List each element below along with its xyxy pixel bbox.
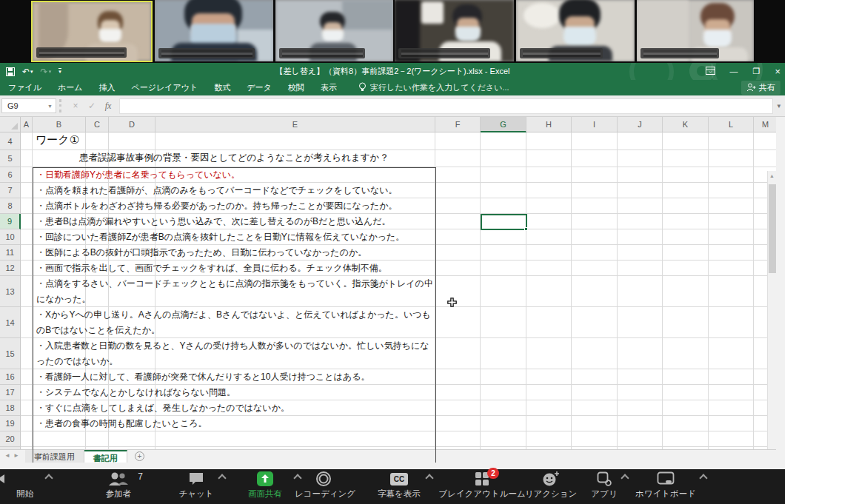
column-header-H[interactable]: H: [526, 117, 572, 132]
gridline: [753, 132, 754, 463]
share-screen-button[interactable]: 画面共有: [235, 469, 295, 504]
participant-video-tile[interactable]: [275, 0, 393, 61]
tab-home[interactable]: ホーム: [50, 80, 91, 95]
scroll-up-icon[interactable]: ▲: [768, 171, 776, 178]
participant-video-tile[interactable]: [395, 0, 514, 61]
tab-page-layout[interactable]: ページレイアウト: [124, 80, 207, 95]
row-header-13[interactable]: 13: [0, 276, 21, 307]
tab-view[interactable]: 表示: [312, 80, 345, 95]
cancel-icon[interactable]: ×: [67, 101, 84, 111]
cells-area[interactable]: ワーク① 患者誤認事故事例の背景・要因としてどのようなことが考えられますか？ ・…: [21, 132, 776, 463]
row-header-12[interactable]: 12: [0, 261, 21, 276]
participant-video-tile[interactable]: [155, 0, 273, 61]
chevron-up-icon[interactable]: [620, 474, 629, 482]
row-header-6[interactable]: 6: [0, 167, 21, 183]
column-header-K[interactable]: K: [663, 117, 709, 132]
insert-function-icon[interactable]: fx: [100, 101, 116, 112]
row-header-5[interactable]: 5: [0, 150, 21, 167]
cell-b5: 患者誤認事故事例の背景・要因としてどのようなことが考えられますか？: [33, 152, 435, 164]
row-header-10[interactable]: 10: [0, 229, 21, 245]
participant-video-tile[interactable]: [516, 0, 635, 61]
selected-cell-g9[interactable]: [481, 214, 527, 230]
spreadsheet-grid[interactable]: ABCDEFGHIJKLM 45678910111213141516171819…: [0, 117, 776, 463]
column-header-L[interactable]: L: [709, 117, 754, 132]
restore-button[interactable]: ❐: [753, 67, 760, 75]
row-header-7[interactable]: 7: [0, 183, 21, 198]
chevron-up-icon[interactable]: [699, 474, 707, 482]
fill-handle[interactable]: [524, 227, 528, 231]
row-header-14[interactable]: 14: [0, 307, 21, 338]
enter-icon[interactable]: ✓: [84, 101, 100, 111]
minimize-button[interactable]: —: [730, 67, 738, 75]
cell-b14: ・XからYへの申し送り。Aさんの点滴だよ、Bさんではないよ、と伝えていればよかっ…: [33, 307, 435, 338]
participant-video-tile[interactable]: [31, 1, 153, 62]
column-header-I[interactable]: I: [572, 117, 618, 132]
name-box[interactable]: G9▼: [1, 98, 56, 113]
vertical-scrollbar[interactable]: ▲: [767, 171, 776, 463]
breakout-rooms-button[interactable]: 2 ブレイクアウトルーム: [438, 469, 526, 504]
scrollbar-thumb[interactable]: [769, 184, 776, 273]
column-header-G[interactable]: G: [481, 117, 526, 132]
row-header-9[interactable]: 9: [0, 214, 21, 229]
tab-insert[interactable]: 挿入: [91, 80, 124, 95]
formula-bar-expand-icon[interactable]: ▼: [773, 103, 785, 110]
tab-file[interactable]: ファイル: [0, 80, 50, 95]
row-header-16[interactable]: 16: [0, 369, 21, 385]
recording-icon: [295, 469, 352, 488]
row-header-19[interactable]: 19: [0, 416, 21, 431]
tell-me-box[interactable]: 実行したい作業を入力してください...: [358, 82, 509, 93]
row-header-15[interactable]: 15: [0, 338, 21, 369]
reactions-button[interactable]: リアクション: [523, 469, 579, 504]
screen: ↶▾ ↷▾ ▾ 【差し替え】（資料8）事前課題2－2(ワークシート).xlsx …: [0, 0, 853, 504]
video-strip: [0, 0, 785, 63]
ribbon-display-options-button[interactable]: [706, 67, 715, 76]
participant-name-mosaic: [520, 48, 603, 58]
chevron-up-icon[interactable]: [44, 474, 53, 482]
whiteboard-button[interactable]: ホワイトボード: [634, 469, 698, 504]
excel-window: ↶▾ ↷▾ ▾ 【差し替え】（資料8）事前課題2－2(ワークシート).xlsx …: [0, 63, 785, 476]
formula-input[interactable]: [119, 98, 773, 114]
row-header-11[interactable]: 11: [0, 245, 21, 261]
cell-b9: ・患者Bは点滴が漏れやすいという思い込みで、次に差し替えるのがBだと思い込んだ。: [33, 214, 435, 229]
column-header-M[interactable]: M: [754, 117, 776, 132]
column-header-E[interactable]: E: [155, 117, 435, 132]
cell-b18: ・すぐに点滴をしてしまえば、発生しなかったのではないか。: [33, 400, 435, 416]
chevron-up-icon[interactable]: [218, 474, 226, 482]
row-header-18[interactable]: 18: [0, 400, 21, 416]
apps-button[interactable]: アプリ: [582, 469, 626, 504]
column-header-A[interactable]: A: [21, 117, 33, 132]
participants-button[interactable]: 7 参加者: [85, 469, 152, 504]
name-box-dropdown-icon[interactable]: ▼: [47, 104, 53, 109]
sheet-nav-arrows[interactable]: ◄►: [0, 450, 25, 459]
tab-review[interactable]: 校閲: [280, 80, 312, 95]
tab-formulas[interactable]: 数式: [206, 80, 238, 95]
cell-b4: ワーク①: [36, 133, 79, 147]
tab-data[interactable]: データ: [238, 80, 280, 95]
row-header-8[interactable]: 8: [0, 198, 21, 214]
share-button[interactable]: 共有: [741, 81, 780, 95]
video-camera-icon: [0, 469, 64, 488]
start-video-button[interactable]: 開始: [0, 469, 64, 504]
recording-button[interactable]: レコーディング: [295, 469, 352, 504]
excel-titlebar: ↶▾ ↷▾ ▾ 【差し替え】（資料8）事前課題2－2(ワークシート).xlsx …: [0, 63, 785, 80]
participant-name-mosaic: [398, 48, 490, 58]
column-header-B[interactable]: B: [33, 117, 86, 132]
participants-icon: 7: [85, 469, 152, 488]
column-header-F[interactable]: F: [435, 117, 481, 132]
column-header-J[interactable]: J: [618, 117, 663, 132]
column-header-C[interactable]: C: [86, 117, 109, 132]
participant-video-tile[interactable]: [637, 0, 754, 61]
select-all-corner[interactable]: [0, 117, 21, 132]
row-header-20[interactable]: 20: [0, 431, 21, 447]
participant-name-mosaic: [158, 48, 255, 58]
close-button[interactable]: ×: [775, 67, 780, 76]
gridline: [571, 132, 572, 463]
gridline: [21, 149, 776, 150]
captions-button[interactable]: CC 字幕を表示: [366, 469, 432, 504]
column-header-D[interactable]: D: [109, 117, 155, 132]
row-header-17[interactable]: 17: [0, 385, 21, 400]
chevron-up-icon[interactable]: [425, 474, 433, 482]
row-header-4[interactable]: 4: [0, 132, 21, 150]
cell-b12: ・画面で指示を出して、画面でチェックをすれば、全員に伝わる。チェック体制不備。: [33, 261, 435, 276]
chat-button[interactable]: チャット: [164, 469, 228, 504]
